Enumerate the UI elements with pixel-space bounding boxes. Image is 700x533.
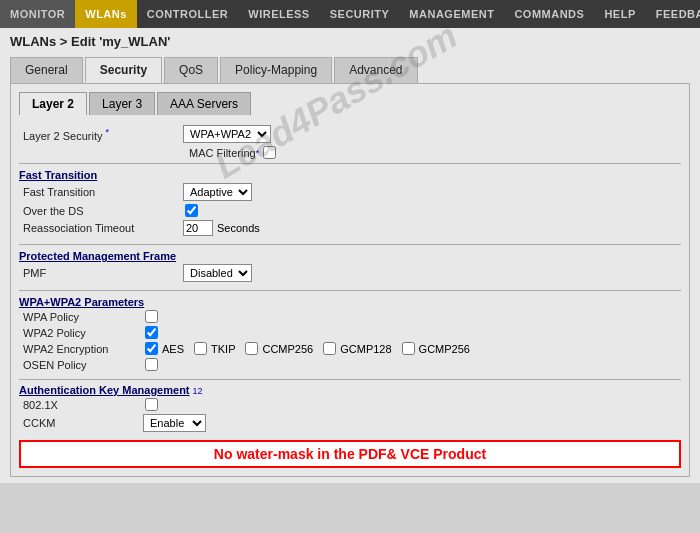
layer2-security-select[interactable]: WPA+WPA2 [183,125,271,143]
wpa2-policy-label: WPA2 Policy [23,327,143,339]
gcmp128-label: GCMP128 [340,343,391,355]
inner-tab-layer-2[interactable]: Layer 2 [19,92,87,115]
nav-item-monitor[interactable]: MONITOR [0,0,75,28]
mac-filtering-sup: * [256,148,260,158]
cckm-select[interactable]: Enable Disable [143,414,206,432]
seconds-label: Seconds [217,222,260,234]
auth-key-help[interactable]: 12 [193,386,203,396]
auth-key-section-title: Authentication Key Management [19,384,190,396]
fast-transition-section-title: Fast Transition [19,169,97,181]
layer2-security-help[interactable]: * [106,127,110,137]
nav-item-help[interactable]: HELP [594,0,645,28]
inner-tab-aaa-servers[interactable]: AAA Servers [157,92,251,115]
tab-qos[interactable]: QoS [164,57,218,83]
pmf-select[interactable]: Disabled [183,264,252,282]
top-nav: MONITORWLANsCONTROLLERWIRELESSSECURITYMA… [0,0,700,28]
inner-tab-layer-3[interactable]: Layer 3 [89,92,155,115]
tab-policy-mapping[interactable]: Policy-Mapping [220,57,332,83]
tab-general[interactable]: General [10,57,83,83]
nav-item-commands[interactable]: COMMANDS [504,0,594,28]
aes-label: AES [162,343,184,355]
layer2-security-label: Layer 2 Security * [23,127,183,142]
notice-bar: No water-mask in the PDF& VCE Product [19,440,681,468]
gcmp256-checkbox[interactable] [402,342,415,355]
over-ds-checkbox[interactable] [185,204,198,217]
mac-filtering-checkbox[interactable] [263,146,276,159]
nav-item-wireless[interactable]: WIRELESS [238,0,319,28]
tab-advanced[interactable]: Advanced [334,57,417,83]
tkip-label: TKIP [211,343,235,355]
cckm-label: CCKM [23,417,143,429]
ccmp256-checkbox[interactable] [245,342,258,355]
tkip-checkbox[interactable] [194,342,207,355]
nav-item-management[interactable]: MANAGEMENT [399,0,504,28]
nav-item-wlans[interactable]: WLANs [75,0,137,28]
ccmp256-label: CCMP256 [262,343,313,355]
wpa-policy-checkbox[interactable] [145,310,158,323]
wpa-policy-label: WPA Policy [23,311,143,323]
8021x-checkbox[interactable] [145,398,158,411]
gcmp256-label: GCMP256 [419,343,470,355]
reassoc-timeout-label: Reassociation Timeout [23,222,183,234]
nav-item-security[interactable]: SECURITY [320,0,400,28]
nav-item-feedback[interactable]: FEEDBACK [646,0,700,28]
wpa-section-title: WPA+WPA2 Parameters [19,296,144,308]
mac-filtering-label: MAC Filtering [189,147,256,159]
gcmp128-checkbox[interactable] [323,342,336,355]
breadcrumb: WLANs > Edit 'my_WLAN' [10,34,690,49]
fast-transition-label: Fast Transition [23,186,183,198]
reassoc-timeout-input[interactable] [183,220,213,236]
osen-policy-checkbox[interactable] [145,358,158,371]
tab-security[interactable]: Security [85,57,162,83]
8021x-label: 802.1X [23,399,143,411]
over-ds-label: Over the DS [23,205,183,217]
nav-item-controller[interactable]: CONTROLLER [137,0,238,28]
wpa2-encryption-label: WPA2 Encryption [23,343,143,355]
wpa2-policy-checkbox[interactable] [145,326,158,339]
pmf-section-title: Protected Management Frame [19,250,176,262]
pmf-label: PMF [23,267,183,279]
aes-checkbox[interactable] [145,342,158,355]
osen-policy-label: OSEN Policy [23,359,143,371]
fast-transition-select[interactable]: Adaptive [183,183,252,201]
